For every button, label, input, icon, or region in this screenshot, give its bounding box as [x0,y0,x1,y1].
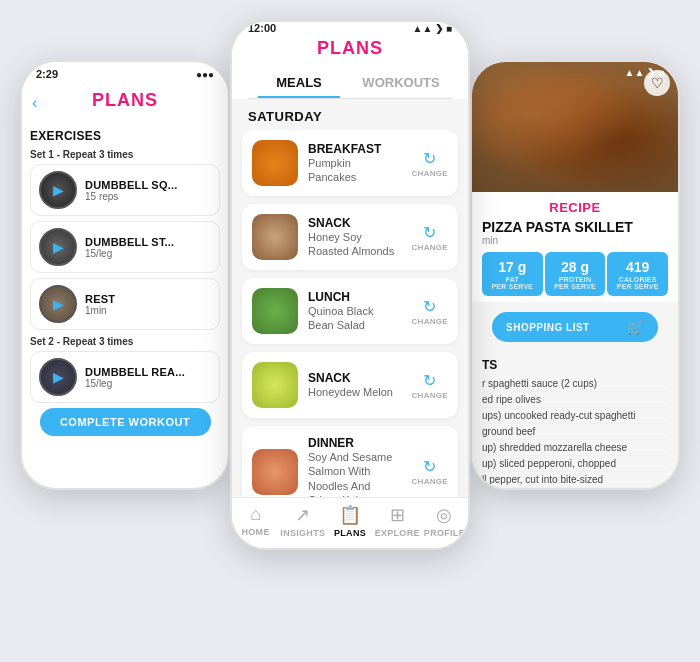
back-arrow-left[interactable]: ‹ [32,94,37,112]
meal-thumb-dinner [252,449,298,495]
tab-meals[interactable]: MEALS [248,65,350,98]
exercise-detail-3: 15/leg [85,378,185,389]
meal-card-snack2: SNACK Honeydew Melon ↻ CHANGE [242,352,458,418]
change-icon-snack2: ↻ [423,371,436,390]
set2-label: Set 2 - Repeat 3 times [30,336,220,347]
meal-name-dinner: Soy And Sesame Salmon With Noodles And C… [308,450,402,497]
ingredient-2: ups) uncooked ready-cut spaghetti [482,408,668,424]
exercise-info-3: DUMBBELL REA... 15/leg [85,366,185,389]
stat-calories: 419 CALORIESPER SERVE [607,252,668,296]
exercise-card-1: ▶ DUMBBELL ST... 15/leg [30,221,220,273]
nav-home[interactable]: ⌂ HOME [232,504,279,538]
stat-calories-num: 419 [626,259,649,275]
nav-plans[interactable]: 📋 PLANS [326,504,373,538]
recipe-stats: 17 g FATPER SERVE 28 g PROTEINPER SERVE … [482,252,668,296]
nav-explore-label: EXPLORE [375,528,420,538]
ingredients-section: TS r spaghetti sauce (2 cups) ed ripe ol… [472,352,678,488]
exercise-card-2: ▶ REST 1min [30,278,220,330]
meal-type-breakfast: BREAKFAST [308,142,402,156]
meal-name-breakfast: Pumpkin Pancakes [308,156,402,185]
change-btn-breakfast[interactable]: ↻ CHANGE [412,149,448,178]
stat-fat: 17 g FATPER SERVE [482,252,543,296]
change-label-snack1: CHANGE [412,243,448,252]
exercise-name-0: DUMBBELL SQ... [85,179,177,191]
meals-header: PLANS MEALS WORKOUTS [232,34,468,99]
right-phone: ▲▲ ❯ ■ ♡ RECIPE PIZZA PASTA SKILLET min … [470,60,680,490]
meal-card-dinner: DINNER Soy And Sesame Salmon With Noodle… [242,426,458,497]
exercise-info-0: DUMBBELL SQ... 15 reps [85,179,177,202]
play-icon-3[interactable]: ▶ [53,369,64,385]
plans-icon: 📋 [339,504,361,526]
play-icon-1[interactable]: ▶ [53,239,64,255]
shopping-btn-text: SHOPPING LIST [506,322,590,333]
nav-explore[interactable]: ⊞ EXPLORE [374,504,421,538]
meal-info-snack2: SNACK Honeydew Melon [308,371,402,399]
status-icons-center: ▲▲ ❯ ■ [413,23,452,34]
meal-type-snack2: SNACK [308,371,402,385]
left-phone: 2:29 ●●● ‹ PLANS EXERCISES Set 1 - Repea… [20,60,230,490]
meal-name-snack2: Honeydew Melon [308,385,402,399]
change-label-lunch: CHANGE [412,317,448,326]
home-icon: ⌂ [250,504,261,525]
shopping-row: SHOPPING LIST 🛒 [482,306,668,348]
recipe-hero: ▲▲ ❯ ■ ♡ [472,62,678,192]
exercise-card-0: ▶ DUMBBELL SQ... 15 reps [30,164,220,216]
exercises-content: EXERCISES Set 1 - Repeat 3 times ▶ DUMBB… [22,123,228,489]
change-btn-dinner[interactable]: ↻ CHANGE [412,457,448,486]
exercise-detail-0: 15 reps [85,191,177,202]
stat-fat-num: 17 g [498,259,526,275]
shopping-list-button[interactable]: SHOPPING LIST 🛒 [492,312,658,342]
exercises-section-title: EXERCISES [30,129,220,143]
recipe-title-section: RECIPE PIZZA PASTA SKILLET min 17 g FATP… [472,192,678,302]
set1-label: Set 1 - Repeat 3 times [30,149,220,160]
change-btn-lunch[interactable]: ↻ CHANGE [412,297,448,326]
change-label-dinner: CHANGE [412,477,448,486]
nav-insights[interactable]: ↗ INSIGHTS [279,504,326,538]
status-bar-left: 2:29 ●●● [22,62,228,82]
exercise-thumb-0: ▶ [39,171,77,209]
heart-icon: ♡ [651,75,664,91]
exercises-header: ‹ PLANS [22,82,228,123]
screen-header-left: PLANS [34,86,216,117]
nav-insights-label: INSIGHTS [280,528,325,538]
exercise-thumb-3: ▶ [39,358,77,396]
nav-profile-label: PROFILE [424,528,465,538]
meal-thumb-snack2 [252,362,298,408]
tab-workouts[interactable]: WORKOUTS [350,65,452,98]
ingredient-5: up) sliced pepperoni, chopped [482,456,668,472]
favorite-button[interactable]: ♡ [644,70,670,96]
stat-protein: 28 g PROTEINPER SERVE [545,252,606,296]
exercise-info-2: REST 1min [85,293,115,316]
stat-fat-label: FATPER SERVE [486,276,539,290]
stat-protein-num: 28 g [561,259,589,275]
meal-name-snack1: Honey Soy Roasted Almonds [308,230,402,259]
nav-profile[interactable]: ◎ PROFILE [421,504,468,538]
meal-card-lunch: LUNCH Quinoa Black Bean Salad ↻ CHANGE [242,278,458,344]
change-label-breakfast: CHANGE [412,169,448,178]
meal-card-snack1: SNACK Honey Soy Roasted Almonds ↻ CHANGE [242,204,458,270]
nav-home-label: HOME [242,527,270,537]
exercise-thumb-2: ▶ [39,285,77,323]
day-label: SATURDAY [232,99,468,130]
play-icon-2[interactable]: ▶ [53,296,64,312]
plans-title-left: PLANS [92,90,158,110]
change-icon-snack1: ↻ [423,223,436,242]
stat-calories-label: CALORIESPER SERVE [611,276,664,290]
change-btn-snack2[interactable]: ↻ CHANGE [412,371,448,400]
ingredients-title: TS [482,358,668,372]
meal-card-breakfast: BREAKFAST Pumpkin Pancakes ↻ CHANGE [242,130,458,196]
ingredient-3: ground beef [482,424,668,440]
exercise-name-1: DUMBBELL ST... [85,236,174,248]
exercise-info-1: DUMBBELL ST... 15/leg [85,236,174,259]
complete-workout-button[interactable]: COMPLETE WORKOUT [40,408,211,436]
play-icon-0[interactable]: ▶ [53,182,64,198]
meal-thumb-snack1 [252,214,298,260]
change-btn-snack1[interactable]: ↻ CHANGE [412,223,448,252]
ingredient-1: ed ripe olives [482,392,668,408]
exercise-detail-1: 15/leg [85,248,174,259]
nav-plans-label: PLANS [334,528,366,538]
meal-type-dinner: DINNER [308,436,402,450]
exercise-name-2: REST [85,293,115,305]
meals-list: BREAKFAST Pumpkin Pancakes ↻ CHANGE SNAC… [232,130,468,497]
stat-protein-label: PROTEINPER SERVE [549,276,602,290]
